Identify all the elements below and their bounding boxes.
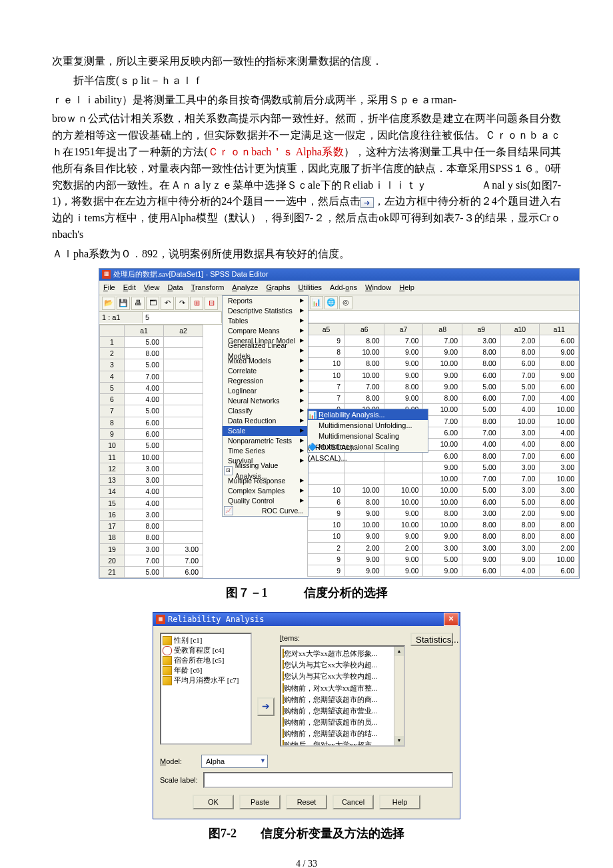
cell[interactable]: 10.00 bbox=[540, 415, 579, 427]
cell[interactable]: 10.00 bbox=[125, 451, 164, 463]
cell[interactable]: 8.00 bbox=[540, 496, 579, 507]
paste-button[interactable]: Paste bbox=[239, 795, 281, 809]
cell[interactable]: 10.00 bbox=[423, 519, 462, 531]
scroll-up-icon[interactable]: ▴ bbox=[394, 647, 404, 656]
menu-addons[interactable]: Add-ons bbox=[330, 282, 357, 293]
list-item[interactable]: 您认为与其它xx大学校内超... bbox=[283, 671, 402, 682]
list-item[interactable]: 购物前，对xx大学xx超市整... bbox=[283, 683, 402, 694]
sm-unfolding[interactable]: Multidimensional Unfolding... bbox=[308, 420, 428, 431]
cell[interactable]: 10.00 bbox=[384, 519, 423, 531]
cell[interactable]: 9.00 bbox=[423, 565, 462, 577]
cell[interactable]: 9.00 bbox=[423, 461, 462, 473]
cell[interactable]: 8.00 bbox=[540, 439, 579, 450]
cell[interactable]: 6.00 bbox=[423, 450, 462, 461]
mi-classify[interactable]: Classify▶ bbox=[223, 406, 308, 416]
sm-proxscal[interactable]: Multidimensional Scaling (PROXSCAL)... bbox=[308, 431, 428, 441]
mi-reports[interactable]: Reports▶ bbox=[223, 296, 308, 306]
menu-graphs[interactable]: Graphs bbox=[266, 282, 290, 293]
cell[interactable]: 2.00 bbox=[540, 542, 579, 553]
cell[interactable]: 10.00 bbox=[384, 485, 423, 496]
list-item[interactable]: 您对xx大学xx超市总体形象... bbox=[283, 648, 402, 659]
cell[interactable]: 8.00 bbox=[500, 531, 540, 542]
cell[interactable]: 7.00 bbox=[164, 555, 203, 566]
save-icon[interactable]: 💾 bbox=[117, 297, 130, 310]
cell[interactable]: 10.00 bbox=[345, 369, 384, 381]
cell[interactable]: 5.00 bbox=[462, 404, 501, 415]
cell[interactable]: 6.00 bbox=[125, 417, 164, 428]
cell[interactable]: 6.00 bbox=[540, 381, 579, 392]
menu-analyze[interactable]: Analyze bbox=[232, 282, 258, 293]
cell[interactable]: 9.00 bbox=[384, 369, 423, 381]
cell[interactable]: 5.00 bbox=[423, 553, 462, 565]
cell[interactable]: 8.00 bbox=[423, 393, 462, 404]
cell[interactable]: 8.00 bbox=[462, 415, 501, 427]
cell[interactable]: 9 bbox=[308, 507, 345, 519]
cell[interactable]: 10.00 bbox=[540, 553, 579, 565]
list-item[interactable]: 性别 [c1] bbox=[163, 635, 249, 645]
chart-icon[interactable]: 📊 bbox=[310, 296, 323, 309]
cell[interactable]: 8.00 bbox=[462, 519, 501, 531]
list-item[interactable]: 购物前，您期望该超市营业... bbox=[283, 705, 402, 717]
col-a1[interactable]: a1 bbox=[125, 325, 164, 336]
cell[interactable]: 8.00 bbox=[540, 519, 579, 531]
cell[interactable]: 9 bbox=[308, 335, 345, 346]
cell[interactable]: 3.00 bbox=[462, 335, 501, 346]
cell[interactable]: 7 bbox=[308, 393, 345, 404]
cell[interactable]: 9.00 bbox=[384, 531, 423, 542]
cell[interactable]: 3.00 bbox=[500, 461, 540, 473]
find-icon[interactable]: ⊟ bbox=[205, 297, 218, 310]
cell[interactable]: 3.00 bbox=[500, 427, 540, 439]
col[interactable]: a9 bbox=[462, 323, 501, 335]
col[interactable]: a6 bbox=[345, 323, 384, 335]
cell[interactable]: 9.00 bbox=[540, 347, 579, 358]
cell[interactable]: 5.00 bbox=[125, 567, 164, 578]
help-button[interactable]: Help bbox=[379, 795, 420, 809]
print-icon[interactable]: 🖶 bbox=[131, 297, 145, 310]
cell[interactable]: 10.00 bbox=[345, 347, 384, 358]
cell[interactable]: 8.00 bbox=[423, 507, 462, 519]
mi-qc[interactable]: Quality Control▶ bbox=[223, 496, 308, 506]
mi-missing[interactable]: ⊡Missing Value Analysis... bbox=[223, 466, 308, 476]
menu-view[interactable]: View bbox=[144, 282, 160, 293]
cell[interactable]: 10 bbox=[308, 531, 345, 542]
cell[interactable]: 3.00 bbox=[125, 463, 164, 474]
cell[interactable]: 2.00 bbox=[345, 542, 384, 553]
cell[interactable]: 8.00 bbox=[462, 531, 501, 542]
scroll-down-icon[interactable]: ▾ bbox=[394, 736, 404, 745]
cell[interactable]: 3.00 bbox=[125, 543, 164, 555]
cell[interactable] bbox=[308, 473, 345, 485]
cell[interactable]: 10 bbox=[308, 369, 345, 381]
cell[interactable]: 6.00 bbox=[462, 369, 501, 381]
cell[interactable]: 8.00 bbox=[384, 381, 423, 392]
menu-window[interactable]: Window bbox=[365, 282, 391, 293]
mi-gzlm[interactable]: Generalized Linear Models▶ bbox=[223, 346, 308, 356]
cell[interactable]: 3.00 bbox=[462, 507, 501, 519]
cell[interactable]: 9.00 bbox=[384, 507, 423, 519]
list-item[interactable]: 受教育程度 [c4] bbox=[163, 645, 249, 655]
list-item[interactable]: 购物前，您期望该超市的结... bbox=[283, 728, 402, 739]
cell[interactable]: 8.00 bbox=[345, 358, 384, 369]
cell[interactable]: 4.00 bbox=[500, 565, 540, 577]
cell[interactable]: 5.00 bbox=[500, 496, 540, 507]
cell[interactable]: 10 bbox=[308, 358, 345, 369]
cell[interactable]: 8.00 bbox=[345, 335, 384, 346]
cell[interactable]: 7.00 bbox=[462, 473, 501, 485]
mi-regr[interactable]: Regression▶ bbox=[223, 376, 308, 386]
cell[interactable]: 6 bbox=[308, 496, 345, 507]
cell[interactable]: 4.00 bbox=[125, 382, 164, 393]
cell[interactable] bbox=[345, 461, 384, 473]
cell[interactable]: 5.00 bbox=[462, 381, 501, 392]
scrollbar[interactable]: ▴ ▾ bbox=[394, 647, 404, 745]
cell[interactable]: 9.00 bbox=[345, 531, 384, 542]
cell[interactable]: 3.00 bbox=[164, 543, 203, 555]
cell[interactable]: 2 bbox=[308, 542, 345, 553]
cell[interactable]: 5.00 bbox=[462, 461, 501, 473]
cell[interactable]: 4.00 bbox=[125, 497, 164, 509]
cell[interactable]: 3.00 bbox=[462, 542, 501, 553]
cell[interactable]: 10.00 bbox=[500, 415, 540, 427]
menu-utilities[interactable]: Utilities bbox=[299, 282, 322, 293]
cell[interactable]: 6.00 bbox=[423, 427, 462, 439]
mi-tables[interactable]: Tables▶ bbox=[223, 316, 308, 326]
mi-datared[interactable]: Data Reduction▶ bbox=[223, 416, 308, 426]
cell[interactable]: 9.00 bbox=[423, 347, 462, 358]
